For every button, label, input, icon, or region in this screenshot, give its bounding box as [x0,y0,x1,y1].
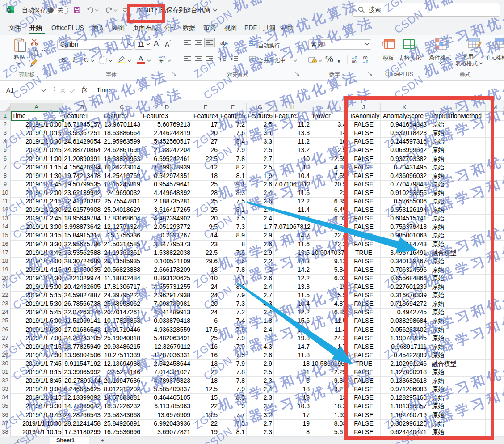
svg-text:机器学习和优化算法: 机器学习和优化算法 [422,0,504,13]
